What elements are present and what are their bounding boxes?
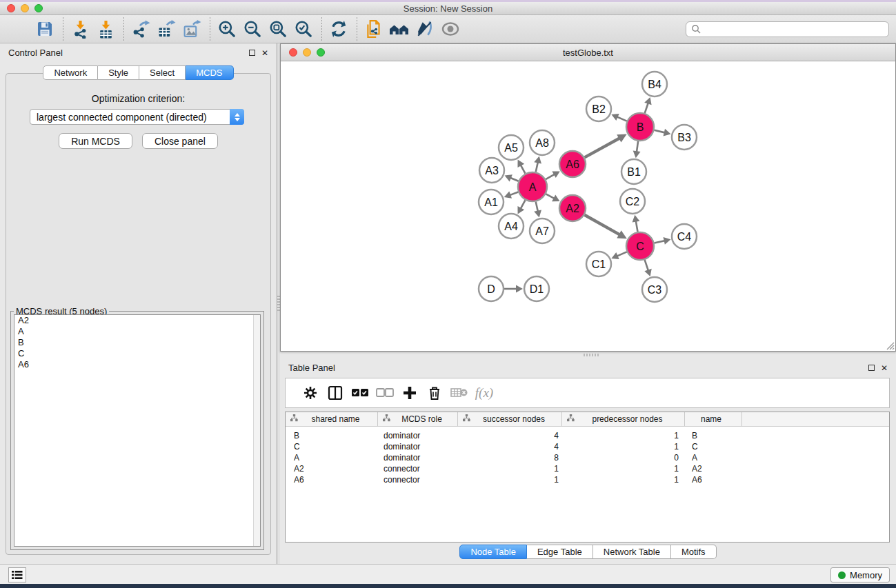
- result-item[interactable]: A6: [14, 359, 260, 370]
- graph-edge-A6-B[interactable]: [585, 138, 621, 157]
- resize-grip-icon[interactable]: [885, 341, 895, 350]
- export-table-button[interactable]: [156, 19, 177, 39]
- refresh-view-button[interactable]: [328, 19, 349, 39]
- clone-network-button[interactable]: [364, 19, 384, 39]
- zoom-fit-button[interactable]: [268, 19, 288, 39]
- graph-edge-B-B3[interactable]: [654, 130, 665, 133]
- search-input[interactable]: [704, 24, 884, 34]
- graph-node-C4[interactable]: C4: [672, 224, 697, 249]
- table-row-B[interactable]: Bdominator41B: [286, 430, 889, 441]
- result-item[interactable]: A2: [14, 315, 260, 326]
- tab-network-table[interactable]: Network Table: [593, 545, 671, 559]
- network-canvas[interactable]: AA1A2A3A4A5A6A7A8BB1B2B3B4CC1C2C3C4DD1: [281, 61, 895, 351]
- cell-successor-nodes[interactable]: 1: [458, 474, 562, 485]
- column-header-shared-name[interactable]: shared name: [286, 412, 378, 426]
- column-header-successor-nodes[interactable]: successor nodes: [458, 412, 562, 426]
- table-settings-button[interactable]: [298, 383, 323, 403]
- graph-edge-C-C3[interactable]: [645, 260, 649, 272]
- cell-name[interactable]: A6: [685, 474, 742, 485]
- float-panel-icon[interactable]: [249, 50, 255, 56]
- graph-edge-A-A3[interactable]: [510, 178, 519, 181]
- graph-node-C1[interactable]: C1: [586, 252, 611, 276]
- graph-node-C3[interactable]: C3: [642, 277, 667, 302]
- tab-select[interactable]: Select: [139, 65, 186, 80]
- graph-node-A2[interactable]: A2: [559, 195, 586, 221]
- save-session-button[interactable]: [34, 19, 55, 39]
- graph-edge-B-B2[interactable]: [617, 116, 627, 121]
- graph-edge-A-A7[interactable]: [536, 201, 538, 212]
- cell-mcds-role[interactable]: dominator: [378, 452, 458, 463]
- column-header-predecessor-nodes[interactable]: predecessor nodes: [562, 412, 685, 426]
- network-window-titlebar[interactable]: testGlobe.txt: [281, 44, 895, 61]
- graph-node-B4[interactable]: B4: [642, 72, 667, 97]
- criterion-select[interactable]: largest connected component (directed): [30, 109, 244, 125]
- graph-node-A3[interactable]: A3: [479, 158, 504, 183]
- graph-node-A5[interactable]: A5: [499, 135, 524, 160]
- zoom-in-button[interactable]: [217, 19, 237, 39]
- horizontal-splitter[interactable]: [280, 352, 896, 358]
- import-table-button[interactable]: [95, 19, 116, 39]
- float-panel-icon[interactable]: [868, 365, 875, 371]
- cell-successor-nodes[interactable]: 4: [458, 430, 562, 441]
- tab-node-table[interactable]: Node Table: [459, 545, 527, 559]
- graph-node-C2[interactable]: C2: [620, 189, 645, 214]
- cell-successor-nodes[interactable]: 1: [458, 463, 562, 474]
- cell-successor-nodes[interactable]: 4: [458, 441, 562, 452]
- cell-successor-nodes[interactable]: 8: [458, 452, 562, 463]
- export-network-button[interactable]: [130, 19, 151, 39]
- zoom-selected-button[interactable]: [293, 19, 314, 39]
- cell-name[interactable]: C: [685, 441, 742, 452]
- show-hide-graphics-button[interactable]: [440, 19, 461, 39]
- memory-button[interactable]: Memory: [830, 567, 890, 582]
- zoom-out-button[interactable]: [242, 19, 263, 39]
- graph-node-A[interactable]: A: [518, 172, 547, 201]
- graph-edge-B-B4[interactable]: [645, 103, 648, 114]
- close-panel-icon[interactable]: ✕: [881, 364, 888, 372]
- graph-node-A7[interactable]: A7: [530, 219, 555, 243]
- result-scrollbar[interactable]: [253, 315, 260, 546]
- result-item[interactable]: B: [14, 337, 260, 348]
- graph-edge-A-A2[interactable]: [546, 194, 555, 199]
- graph-edge-A2-C[interactable]: [584, 215, 620, 235]
- result-item[interactable]: C: [14, 348, 260, 359]
- split-view-button[interactable]: [323, 383, 348, 403]
- graph-edge-A-A6[interactable]: [546, 174, 555, 179]
- deselect-all-columns-button[interactable]: [372, 383, 397, 403]
- cell-shared-name[interactable]: A: [286, 452, 378, 463]
- tab-edge-table[interactable]: Edge Table: [527, 545, 593, 559]
- graph-edge-C-C1[interactable]: [617, 252, 627, 256]
- node-table[interactable]: shared nameMCDS rolesuccessor nodesprede…: [285, 412, 890, 543]
- cell-name[interactable]: A2: [685, 463, 742, 474]
- tab-style[interactable]: Style: [98, 65, 139, 80]
- delete-column-button[interactable]: [422, 383, 447, 403]
- cell-name[interactable]: B: [685, 430, 742, 441]
- graph-edge-A-A4[interactable]: [520, 200, 525, 209]
- graph-node-A4[interactable]: A4: [499, 214, 524, 239]
- cell-predecessor-nodes[interactable]: 0: [562, 452, 685, 463]
- graph-node-A6[interactable]: A6: [559, 151, 586, 177]
- tab-mcds[interactable]: MCDS: [186, 65, 233, 80]
- graph-node-D[interactable]: D: [479, 276, 504, 301]
- cell-predecessor-nodes[interactable]: 1: [562, 463, 685, 474]
- mcds-result-list[interactable]: A2ABCA6: [14, 314, 261, 547]
- table-row-A2[interactable]: A2connector11A2: [286, 463, 889, 474]
- cell-mcds-role[interactable]: connector: [378, 463, 458, 474]
- graph-edge-C-C2[interactable]: [636, 221, 638, 232]
- cell-predecessor-nodes[interactable]: 1: [562, 441, 685, 452]
- run-mcds-button[interactable]: Run MCDS: [59, 133, 132, 149]
- select-all-columns-button[interactable]: [348, 383, 372, 403]
- column-header-name[interactable]: name: [685, 412, 742, 426]
- graph-node-B1[interactable]: B1: [621, 159, 646, 184]
- cell-shared-name[interactable]: B: [286, 430, 378, 441]
- import-network-button[interactable]: [70, 19, 90, 39]
- graph-node-B2[interactable]: B2: [586, 97, 611, 121]
- tab-motifs[interactable]: Motifs: [671, 545, 717, 559]
- graph-edge-C-C4[interactable]: [655, 241, 666, 243]
- graph-edge-A-A5[interactable]: [520, 165, 525, 174]
- cell-predecessor-nodes[interactable]: 1: [562, 430, 685, 441]
- app-titlebar[interactable]: Session: New Session: [0, 2, 896, 15]
- cell-mcds-role[interactable]: dominator: [378, 441, 458, 452]
- cell-shared-name[interactable]: A6: [286, 474, 378, 485]
- export-image-button[interactable]: [181, 19, 202, 39]
- graph-node-C[interactable]: C: [626, 232, 654, 260]
